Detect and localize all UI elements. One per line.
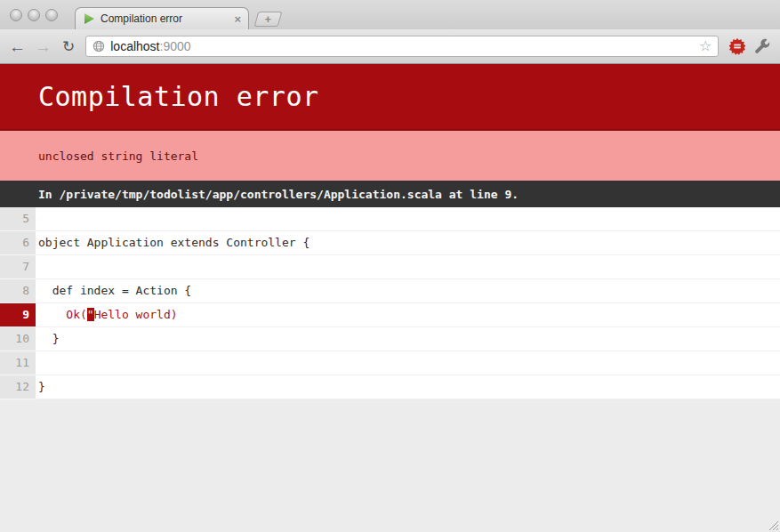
wrench-icon: [754, 38, 771, 55]
play-framework-icon: [83, 12, 95, 25]
line-number: 9: [0, 303, 36, 327]
error-location: In /private/tmp/todolist/app/controllers…: [38, 188, 519, 201]
line-code: [36, 351, 38, 375]
code-line: 12 }: [0, 375, 780, 399]
navigation-toolbar: ← → ↻ localhost:9000 ☆: [0, 29, 780, 64]
tab-close-icon[interactable]: ×: [234, 13, 241, 25]
line-number: 6: [0, 231, 36, 255]
error-header: Compilation error: [0, 64, 780, 131]
forward-button[interactable]: →: [35, 38, 52, 55]
line-code: [36, 255, 38, 278]
back-button[interactable]: ←: [9, 38, 26, 55]
code-line: 10 }: [0, 327, 780, 351]
line-number: 5: [0, 207, 36, 231]
line-code: }: [36, 375, 45, 399]
code-line: 8 def index = Action {: [0, 279, 780, 303]
line-code: def index = Action {: [36, 279, 191, 302]
tab-title: Compilation error: [101, 12, 229, 25]
code-after-error: Hello world): [94, 308, 178, 321]
minimize-window-button[interactable]: [28, 9, 40, 21]
url-host: localhost: [110, 39, 159, 53]
line-code: Ok("Hello world): [36, 303, 178, 326]
code-line: 5: [0, 207, 780, 231]
new-tab-button[interactable]: +: [254, 12, 283, 27]
error-location-bar: In /private/tmp/todolist/app/controllers…: [0, 181, 780, 207]
zoom-window-button[interactable]: [45, 9, 58, 21]
line-number: 11: [0, 351, 36, 375]
line-code: [36, 207, 38, 230]
extension-badge-icon: [728, 37, 746, 55]
line-number: 12: [0, 375, 36, 399]
reload-button[interactable]: ↻: [62, 39, 75, 54]
url-text: localhost:9000: [110, 39, 190, 53]
code-listing: 5 6 object Application extends Controlle…: [0, 207, 780, 399]
page-title: Compilation error: [0, 81, 319, 112]
error-marker: ": [87, 308, 94, 321]
line-number: 8: [0, 279, 36, 303]
code-before-error: Ok(: [38, 308, 87, 321]
bookmark-star-icon[interactable]: ☆: [699, 39, 712, 53]
tab-strip: Compilation error × +: [0, 0, 780, 29]
code-line-error: 9 Ok("Hello world): [0, 303, 780, 327]
browser-window: Compilation error × + ← → ↻ localhost:90…: [0, 0, 780, 532]
resize-grip[interactable]: [767, 519, 778, 530]
globe-icon: [92, 40, 105, 52]
window-controls: [10, 9, 58, 21]
line-code: }: [36, 327, 59, 351]
line-number: 10: [0, 327, 36, 351]
line-number: 7: [0, 255, 36, 279]
code-line: 7: [0, 255, 780, 279]
extension-badge-button[interactable]: [728, 37, 746, 55]
error-message: unclosed string literal: [38, 149, 198, 163]
code-line: 6 object Application extends Controller …: [0, 231, 780, 255]
close-window-button[interactable]: [10, 9, 22, 21]
line-code: object Application extends Controller {: [36, 231, 310, 254]
code-line: 11: [0, 351, 780, 375]
plus-icon: +: [265, 14, 271, 25]
settings-menu-button[interactable]: [754, 38, 771, 55]
error-message-band: unclosed string literal: [0, 131, 780, 181]
url-port: :9000: [160, 39, 191, 53]
tab-compilation-error[interactable]: Compilation error ×: [75, 7, 249, 29]
address-bar[interactable]: localhost:9000 ☆: [85, 36, 719, 57]
